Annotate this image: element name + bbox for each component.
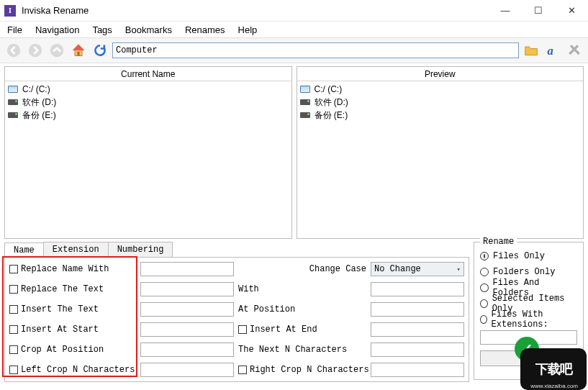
panes: Current Name C:/ (C:) 软件 (D:) 备份 (E:) Pr… xyxy=(0,63,588,242)
svg-point-0 xyxy=(7,44,20,57)
extensions-input[interactable] xyxy=(480,330,577,345)
drive-row[interactable]: 备份 (E:) xyxy=(300,109,581,122)
drive-row[interactable]: 软件 (D:) xyxy=(8,96,289,109)
drive-icon xyxy=(300,86,310,93)
titlebar: I Inviska Rename — ☐ ✕ xyxy=(0,0,588,22)
drive-icon xyxy=(8,86,18,93)
open-folder-button[interactable] xyxy=(522,41,540,60)
font-button[interactable]: a xyxy=(543,41,562,60)
svg-rect-4 xyxy=(77,52,79,56)
tab-name-panel: Replace Name With Change Case No Change▾… xyxy=(4,257,469,382)
replace-name-with-label: Replace Name With xyxy=(21,264,109,274)
options-column: Name Extension Numbering Replace Name Wi… xyxy=(4,242,469,380)
address-text: Computer xyxy=(116,45,158,55)
replace-name-with-input[interactable] xyxy=(140,262,234,276)
minimize-button[interactable]: — xyxy=(489,0,522,22)
at-position-input[interactable] xyxy=(371,302,464,317)
up-button[interactable] xyxy=(48,41,66,60)
insert-at-start-label: Insert At Start xyxy=(21,325,99,335)
drive-row[interactable]: C:/ (C:) xyxy=(300,83,581,96)
drive-row[interactable]: 软件 (D:) xyxy=(300,96,581,109)
preview-header[interactable]: Preview xyxy=(297,67,584,81)
drive-icon xyxy=(8,99,18,105)
next-n-chars-label: The Next N Characters xyxy=(234,345,371,355)
drive-row[interactable]: 备份 (E:) xyxy=(8,109,289,122)
with-input[interactable] xyxy=(371,282,464,296)
left-crop-checkbox[interactable] xyxy=(9,366,18,374)
crop-at-position-input[interactable] xyxy=(140,343,234,357)
chevron-down-icon: ▾ xyxy=(457,266,461,273)
forward-button[interactable] xyxy=(26,41,45,60)
with-label: With xyxy=(234,284,371,294)
drive-icon xyxy=(8,112,18,118)
settings-button[interactable] xyxy=(565,41,584,60)
files-only-radio[interactable] xyxy=(480,252,489,260)
drive-icon xyxy=(300,112,310,118)
folders-only-label: Folders Only xyxy=(493,267,555,277)
files-and-folders-radio[interactable] xyxy=(480,284,489,292)
tab-name[interactable]: Name xyxy=(4,242,44,258)
preview-pane: Preview C:/ (C:) 软件 (D:) 备份 (E:) xyxy=(297,66,584,239)
rename-button[interactable]: Ren xyxy=(480,350,577,366)
drive-icon xyxy=(300,99,310,105)
back-button[interactable] xyxy=(4,41,23,60)
right-crop-checkbox[interactable] xyxy=(238,366,247,374)
svg-text:a: a xyxy=(548,44,553,58)
menubar: File Navigation Tags Bookmarks Renames H… xyxy=(0,22,588,37)
window-title: Inviska Rename xyxy=(22,5,89,16)
rename-group-title: Rename xyxy=(480,237,517,247)
menu-tags[interactable]: Tags xyxy=(92,24,112,35)
selected-items-only-radio[interactable] xyxy=(480,299,488,308)
watermark-url: www.xiazaiba.com xyxy=(530,383,578,389)
files-only-label: Files Only xyxy=(493,251,545,261)
refresh-button[interactable] xyxy=(91,41,109,60)
menu-file[interactable]: File xyxy=(7,24,22,35)
insert-the-text-input[interactable] xyxy=(140,302,234,317)
crop-at-position-label: Crop At Position xyxy=(21,345,104,355)
svg-point-1 xyxy=(29,44,42,57)
tab-extension[interactable]: Extension xyxy=(43,242,109,257)
at-position-label: At Position xyxy=(234,304,371,314)
change-case-select[interactable]: No Change▾ xyxy=(371,262,464,276)
preview-list[interactable]: C:/ (C:) 软件 (D:) 备份 (E:) xyxy=(297,81,584,238)
folders-only-radio[interactable] xyxy=(480,268,489,276)
svg-point-2 xyxy=(50,44,63,57)
current-name-list[interactable]: C:/ (C:) 软件 (D:) 备份 (E:) xyxy=(5,81,291,238)
files-with-extensions-radio[interactable] xyxy=(480,315,487,324)
replace-name-with-checkbox[interactable] xyxy=(9,265,18,273)
home-button[interactable] xyxy=(69,41,88,60)
insert-at-end-input[interactable] xyxy=(371,322,464,337)
close-button[interactable]: ✕ xyxy=(555,0,588,22)
menu-navigation[interactable]: Navigation xyxy=(35,24,79,35)
insert-at-end-checkbox[interactable] xyxy=(238,325,247,334)
app-icon: I xyxy=(4,5,16,17)
files-with-extensions-label: Files With Extensions: xyxy=(492,309,577,330)
drive-row[interactable]: C:/ (C:) xyxy=(8,83,289,96)
menu-help[interactable]: Help xyxy=(238,24,258,35)
insert-at-start-input[interactable] xyxy=(140,322,234,337)
left-crop-input[interactable] xyxy=(140,363,234,377)
insert-at-end-label: Insert At End xyxy=(250,325,317,335)
replace-the-text-checkbox[interactable] xyxy=(9,285,18,294)
right-crop-label: Right Crop N Characters xyxy=(250,365,369,375)
menu-bookmarks[interactable]: Bookmarks xyxy=(125,24,172,35)
replace-the-text-label: Replace The Text xyxy=(21,284,104,294)
menu-renames[interactable]: Renames xyxy=(185,24,225,35)
rename-column: Rename Files Only Folders Only Files And… xyxy=(474,242,584,380)
address-bar[interactable]: Computer xyxy=(112,42,519,58)
insert-the-text-label: Insert The Text xyxy=(21,304,99,314)
rename-group: Rename Files Only Folders Only Files And… xyxy=(474,242,584,380)
crop-at-position-checkbox[interactable] xyxy=(9,345,18,354)
maximize-button[interactable]: ☐ xyxy=(522,0,555,22)
toolbar: Computer a xyxy=(0,37,588,63)
replace-the-text-input[interactable] xyxy=(140,282,234,296)
current-name-header[interactable]: Current Name xyxy=(5,67,291,81)
current-name-pane: Current Name C:/ (C:) 软件 (D:) 备份 (E:) xyxy=(4,66,292,239)
options-tabs: Name Extension Numbering xyxy=(4,242,469,257)
insert-the-text-checkbox[interactable] xyxy=(9,305,18,314)
tab-numbering[interactable]: Numbering xyxy=(108,242,173,257)
insert-at-start-checkbox[interactable] xyxy=(9,325,18,334)
bottom-area: Name Extension Numbering Replace Name Wi… xyxy=(0,242,588,383)
next-n-chars-input[interactable] xyxy=(371,343,464,357)
right-crop-input[interactable] xyxy=(371,363,464,377)
